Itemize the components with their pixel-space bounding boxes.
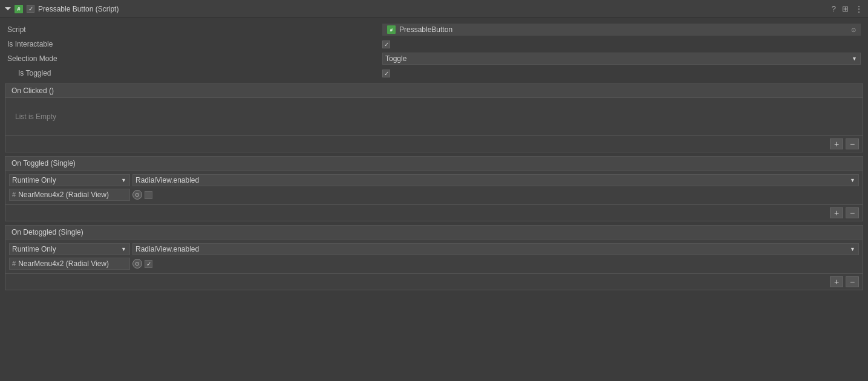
on-toggled-object-icon: #: [12, 191, 16, 198]
on-clicked-section: On Clicked () List is Empty + −: [5, 83, 863, 152]
on-clicked-footer: + −: [5, 135, 863, 152]
on-clicked-header: On Clicked (): [5, 84, 863, 98]
on-toggled-value-checkbox[interactable]: [145, 191, 152, 199]
on-toggled-runtime-select[interactable]: Runtime Only Off Editor and Runtime: [9, 174, 130, 186]
is-toggled-checkbox[interactable]: [382, 70, 390, 77]
panel-body: Script # PressableButton ⊙ Is Interactab…: [0, 18, 868, 298]
on-detoggled-object-icon: #: [12, 260, 16, 267]
on-toggled-add-button[interactable]: +: [830, 207, 843, 218]
on-detoggled-function-wrapper: RadialView.enabled: [132, 243, 859, 255]
on-detoggled-object-ref[interactable]: # NearMenu4x2 (Radial View): [9, 258, 130, 270]
layout-icon[interactable]: ⊞: [842, 4, 849, 13]
on-detoggled-object-row: # NearMenu4x2 (Radial View) ⊙: [9, 258, 859, 270]
on-detoggled-value-checkbox[interactable]: [145, 260, 152, 268]
component-panel: # Pressable Button (Script) ? ⊞ ⋮ Script…: [0, 0, 868, 298]
on-detoggled-selects-row: Runtime Only Off Editor and Runtime Radi…: [9, 243, 859, 255]
selection-mode-value: Toggle Button None: [382, 53, 861, 65]
script-name: PressableButton: [399, 25, 452, 34]
header-left: # Pressable Button (Script): [5, 5, 832, 13]
on-detoggled-object-label: NearMenu4x2 (Radial View): [18, 259, 109, 268]
on-detoggled-body: Runtime Only Off Editor and Runtime Radi…: [5, 239, 863, 273]
script-field-row: Script # PressableButton ⊙: [0, 22, 868, 37]
on-toggled-runtime-wrapper: Runtime Only Off Editor and Runtime: [9, 174, 130, 186]
on-detoggled-runtime-select[interactable]: Runtime Only Off Editor and Runtime: [9, 243, 130, 255]
collapse-chevron-icon[interactable]: [5, 7, 11, 10]
on-toggled-footer: + −: [5, 204, 863, 221]
on-detoggled-runtime-wrapper: Runtime Only Off Editor and Runtime: [9, 243, 130, 255]
script-ref[interactable]: # PressableButton ⊙: [382, 24, 861, 36]
selection-mode-select-wrapper: Toggle Button None: [382, 53, 861, 65]
on-detoggled-remove-button[interactable]: −: [846, 276, 859, 287]
on-detoggled-footer: + −: [5, 273, 863, 290]
component-icon: #: [15, 5, 23, 13]
selection-mode-label: Selection Mode: [7, 54, 382, 63]
on-detoggled-add-button[interactable]: +: [830, 276, 843, 287]
on-toggled-function-select[interactable]: RadialView.enabled: [132, 174, 859, 186]
on-clicked-add-button[interactable]: +: [830, 138, 843, 149]
component-title: Pressable Button (Script): [38, 5, 119, 13]
is-interactable-row: Is Interactable: [0, 37, 868, 51]
on-toggled-header: On Toggled (Single): [5, 157, 863, 171]
on-toggled-object-row: # NearMenu4x2 (Radial View) ⊙: [9, 189, 859, 201]
is-toggled-label: Is Toggled: [7, 69, 382, 77]
is-interactable-value: [382, 40, 861, 48]
on-detoggled-function-select[interactable]: RadialView.enabled: [132, 243, 859, 255]
on-clicked-remove-button[interactable]: −: [846, 138, 859, 149]
is-interactable-label: Is Interactable: [7, 40, 382, 48]
on-toggled-remove-button[interactable]: −: [846, 207, 859, 218]
on-toggled-object-ref[interactable]: # NearMenu4x2 (Radial View): [9, 189, 130, 201]
on-detoggled-target-button[interactable]: ⊙: [132, 259, 142, 269]
selection-mode-row: Selection Mode Toggle Button None: [0, 51, 868, 67]
is-toggled-value: [382, 69, 861, 77]
script-target-icon[interactable]: ⊙: [851, 27, 856, 33]
on-toggled-target-button[interactable]: ⊙: [132, 190, 142, 200]
on-clicked-body: List is Empty: [5, 98, 863, 135]
more-icon[interactable]: ⋮: [855, 4, 863, 14]
on-toggled-object-label: NearMenu4x2 (Radial View): [18, 190, 109, 199]
on-toggled-function-wrapper: RadialView.enabled: [132, 174, 859, 186]
panel-header: # Pressable Button (Script) ? ⊞ ⋮: [0, 0, 868, 18]
on-detoggled-section: On Detoggled (Single) Runtime Only Off E…: [5, 225, 863, 290]
script-icon: #: [387, 25, 396, 34]
help-icon[interactable]: ?: [832, 4, 836, 13]
is-interactable-checkbox[interactable]: [382, 41, 390, 48]
selection-mode-select[interactable]: Toggle Button None: [382, 53, 861, 65]
on-clicked-empty-label: List is Empty: [9, 102, 859, 132]
on-detoggled-header: On Detoggled (Single): [5, 226, 863, 239]
on-toggled-section: On Toggled (Single) Runtime Only Off Edi…: [5, 156, 863, 221]
script-label: Script: [7, 25, 382, 34]
is-toggled-row: Is Toggled: [0, 67, 868, 80]
component-enabled-checkbox[interactable]: [27, 5, 34, 13]
script-value: # PressableButton ⊙: [382, 24, 861, 36]
header-right: ? ⊞ ⋮: [832, 4, 863, 14]
on-toggled-body: Runtime Only Off Editor and Runtime Radi…: [5, 171, 863, 204]
on-toggled-selects-row: Runtime Only Off Editor and Runtime Radi…: [9, 174, 859, 186]
